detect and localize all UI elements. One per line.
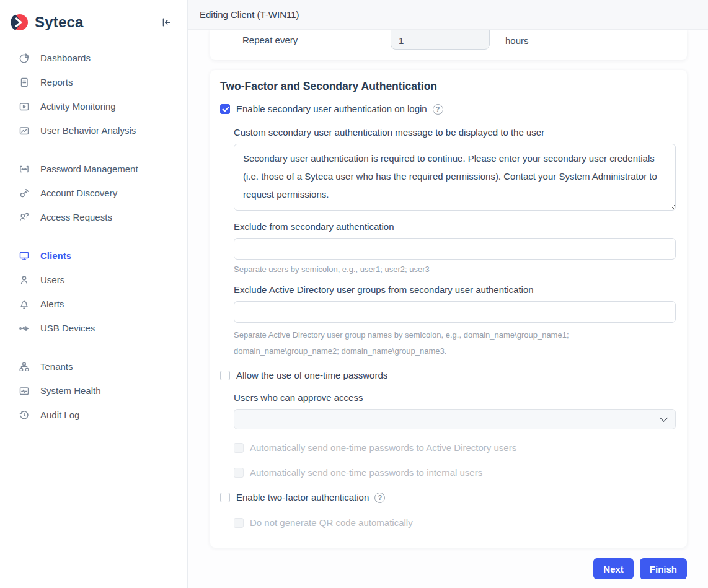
sidebar-item-clients[interactable]: Clients	[0, 244, 187, 268]
exclude-groups-hint: Separate Active Directory user group nam…	[234, 327, 631, 359]
syteca-logo-icon	[9, 12, 30, 33]
brand-name: Syteca	[35, 14, 84, 31]
finish-button[interactable]: Finish	[640, 558, 687, 579]
allow-otp-checkbox[interactable]	[220, 371, 230, 380]
sidebar-item-label: Dashboards	[40, 53, 91, 63]
play-screen-icon	[19, 101, 30, 112]
auto-send-internal-label: Automatically send one-time passwords to…	[250, 467, 482, 479]
approvers-select[interactable]	[234, 409, 676, 429]
main-area: Editing Client (T-WIN11) Repeat every ho…	[188, 0, 708, 588]
wizard-footer: Next Finish	[210, 558, 687, 579]
no-qr-label: Do not generate QR code automatically	[250, 517, 413, 529]
sidebar-item-users[interactable]: Users	[0, 268, 187, 292]
sidebar-item-label: System Health	[40, 385, 101, 396]
2fa-settings: Do not generate QR code automatically	[234, 517, 676, 529]
custom-message-textarea[interactable]: Secondary user authentication is require…	[234, 144, 676, 211]
sidebar-item-label: Tenants	[40, 361, 73, 372]
sidebar-item-dashboards[interactable]: Dashboards	[0, 46, 187, 70]
org-tree-icon	[19, 361, 30, 372]
history-clock-icon	[19, 410, 30, 421]
sidebar-item-label: Clients	[40, 250, 71, 261]
sidebar-item-label: Activity Monitoring	[40, 101, 116, 112]
sidebar-collapse-icon[interactable]	[160, 16, 172, 29]
enable-secondary-auth-row: Enable secondary user authentication on …	[220, 103, 676, 115]
app-window: Syteca Dashboards Reports Activity Monit…	[0, 0, 708, 588]
page-header: Editing Client (T-WIN11)	[188, 0, 708, 30]
sidebar-item-label: Account Discovery	[40, 188, 117, 198]
sidebar-item-alerts[interactable]: Alerts	[0, 292, 187, 316]
custom-message-label: Custom secondary user authentication mes…	[234, 126, 676, 139]
password-brackets-icon	[19, 164, 30, 175]
bell-icon	[19, 299, 30, 310]
card-title: Two-Factor and Secondary Authentication	[220, 80, 676, 93]
two-factor-card: Two-Factor and Secondary Authentication …	[210, 70, 687, 548]
nav-group-system: Tenants System Health Audit Log	[0, 354, 187, 427]
monitor-icon	[19, 250, 30, 261]
page-title: Editing Client (T-WIN11)	[200, 9, 299, 20]
person-question-icon	[19, 212, 30, 223]
document-icon	[19, 77, 30, 88]
content-scroll[interactable]: Repeat every hours Two-Factor and Second…	[188, 30, 708, 588]
repeat-unit-label: hours	[505, 35, 529, 46]
auto-send-internal-row: Automatically send one-time passwords to…	[234, 467, 676, 479]
exclude-groups-input[interactable]	[234, 301, 676, 323]
auto-send-ad-checkbox	[234, 443, 244, 453]
key-discovery-icon	[19, 188, 30, 199]
auto-send-ad-row: Automatically send one-time passwords to…	[234, 442, 676, 454]
allow-otp-row: Allow the use of one-time passwords	[220, 369, 676, 382]
repeat-settings-card: Repeat every hours	[210, 30, 687, 60]
otp-settings: Users who can approve access Automatical…	[234, 392, 676, 479]
exclude-users-input[interactable]	[234, 238, 676, 260]
enable-2fa-label: Enable two-factor authentication	[236, 491, 369, 504]
sidebar-item-system-health[interactable]: System Health	[0, 379, 187, 403]
exclude-groups-label: Exclude Active Directory user groups fro…	[234, 284, 676, 296]
approvers-label: Users who can approve access	[234, 392, 676, 404]
usb-icon	[19, 323, 30, 334]
sidebar-item-label: Alerts	[40, 299, 64, 309]
next-button[interactable]: Next	[593, 558, 634, 579]
sidebar-item-label: Access Requests	[40, 212, 112, 222]
sidebar-item-user-behavior-analysis[interactable]: User Behavior Analysis	[0, 118, 187, 143]
person-icon	[19, 274, 30, 286]
sidebar-item-access-requests[interactable]: Access Requests	[0, 205, 187, 229]
line-chart-icon	[19, 125, 30, 136]
nav-group-analytics: Dashboards Reports Activity Monitoring U…	[0, 46, 187, 143]
repeat-every-input[interactable]	[391, 30, 490, 50]
no-qr-checkbox	[234, 518, 244, 528]
nav-group-pam: Password Management Account Discovery Ac…	[0, 157, 187, 229]
enable-secondary-auth-checkbox[interactable]	[220, 104, 230, 114]
auto-send-internal-checkbox	[234, 468, 244, 478]
sidebar-item-audit-log[interactable]: Audit Log	[0, 403, 187, 427]
sidebar-item-label: USB Devices	[40, 323, 95, 333]
sidebar-item-label: Users	[40, 274, 64, 285]
repeat-every-label: Repeat every	[242, 35, 391, 45]
exclude-users-label: Exclude from secondary authentication	[234, 221, 676, 233]
pie-chart-icon	[19, 53, 30, 64]
exclude-users-hint: Separate users by semicolon, e.g., user1…	[234, 264, 676, 275]
sidebar-item-password-management[interactable]: Password Management	[0, 157, 187, 181]
sidebar-item-label: Reports	[40, 77, 73, 87]
enable-2fa-row: Enable two-factor authentication	[220, 491, 676, 504]
enable-secondary-auth-label: Enable secondary user authentication on …	[236, 103, 427, 115]
help-icon[interactable]	[433, 104, 443, 115]
sidebar-item-label: User Behavior Analysis	[40, 125, 136, 136]
sidebar-item-reports[interactable]: Reports	[0, 70, 187, 94]
health-monitor-icon	[19, 385, 30, 397]
help-icon[interactable]	[374, 493, 385, 503]
sidebar-item-label: Audit Log	[40, 410, 79, 420]
chevron-down-icon	[660, 414, 668, 422]
sidebar-item-account-discovery[interactable]: Account Discovery	[0, 181, 187, 205]
no-qr-row: Do not generate QR code automatically	[234, 517, 676, 529]
logo-row: Syteca	[0, 0, 187, 45]
sidebar-item-label: Password Management	[40, 164, 138, 174]
sidebar-item-tenants[interactable]: Tenants	[0, 354, 187, 379]
allow-otp-label: Allow the use of one-time passwords	[236, 369, 387, 382]
sidebar: Syteca Dashboards Reports Activity Monit…	[0, 0, 188, 588]
sidebar-item-activity-monitoring[interactable]: Activity Monitoring	[0, 94, 187, 118]
sidebar-nav: Dashboards Reports Activity Monitoring U…	[0, 45, 187, 427]
nav-group-endpoints: Clients Users Alerts USB Devices	[0, 244, 187, 340]
secondary-auth-settings: Custom secondary user authentication mes…	[234, 126, 676, 359]
sidebar-item-usb-devices[interactable]: USB Devices	[0, 316, 187, 340]
enable-2fa-checkbox[interactable]	[220, 493, 230, 502]
auto-send-ad-label: Automatically send one-time passwords to…	[250, 442, 516, 454]
